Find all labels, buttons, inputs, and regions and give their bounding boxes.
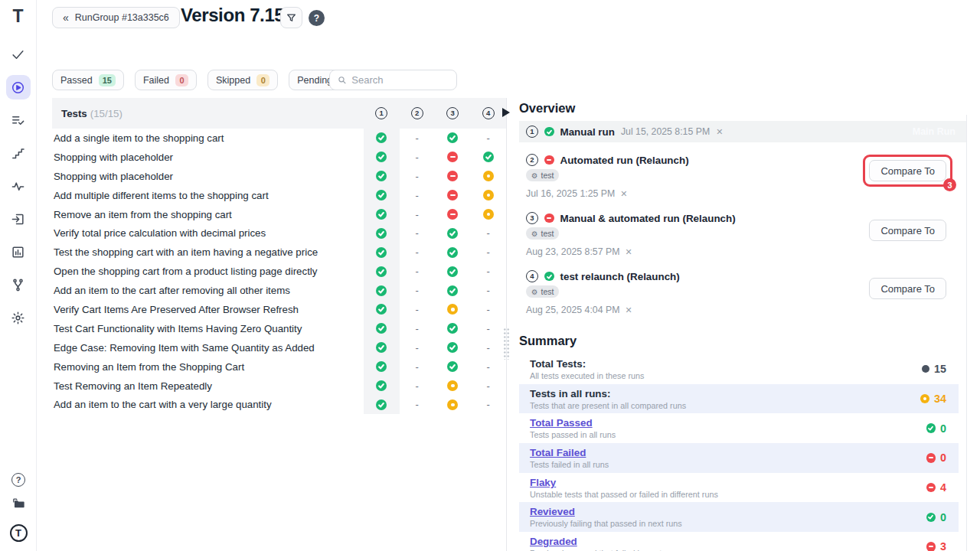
skipped-status-icon bbox=[483, 209, 494, 220]
sidebar-item-gear[interactable] bbox=[6, 305, 31, 330]
sidebar-item-bar-chart[interactable] bbox=[6, 240, 31, 264]
table-row[interactable]: Add an item to the cart with a very larg… bbox=[52, 395, 506, 414]
table-row[interactable]: Remove an item from the shopping cart- bbox=[52, 205, 506, 224]
comparison-panel: Overview 1Manual runJul 15, 2025 8:15 PM… bbox=[519, 98, 966, 551]
panel-divider bbox=[506, 98, 507, 551]
collapse-panel-icon[interactable] bbox=[502, 108, 510, 117]
search-box bbox=[329, 70, 457, 90]
run-row-main[interactable]: 1Manual runJul 15, 2025 8:15 PM✕Main Run bbox=[519, 121, 966, 142]
resize-grip-handle[interactable] bbox=[503, 328, 510, 360]
summary-count: 0 bbox=[940, 422, 946, 435]
compare-to-button[interactable]: Compare To bbox=[869, 278, 946, 299]
test-name: Add an item to the cart after removing a… bbox=[52, 285, 364, 296]
sidebar-item-list-check[interactable] bbox=[6, 108, 31, 132]
compare-to-button[interactable]: Compare To bbox=[869, 220, 946, 241]
summary-value: 0 bbox=[926, 422, 946, 435]
run-number-icon: 2 bbox=[411, 107, 423, 119]
passed-status-icon bbox=[926, 513, 936, 523]
dash-placeholder: - bbox=[487, 399, 490, 410]
status-cell: - bbox=[471, 262, 507, 281]
sidebar-item-check[interactable] bbox=[6, 42, 31, 67]
sidebar-item-import-box[interactable] bbox=[6, 207, 31, 231]
summary-value: 0 bbox=[926, 511, 946, 523]
table-row[interactable]: Open the shopping cart from a product li… bbox=[52, 262, 506, 281]
run-number-icon: 1 bbox=[526, 126, 538, 138]
run-date: Jul 16, 2025 1:25 PM bbox=[526, 188, 615, 199]
app-logo[interactable]: T bbox=[12, 8, 23, 25]
skipped-status-icon bbox=[483, 171, 494, 181]
filter-failed-button[interactable]: Failed0 bbox=[135, 70, 197, 90]
table-row[interactable]: Add multiple different items to the shop… bbox=[52, 186, 506, 205]
folders-icon[interactable] bbox=[11, 497, 26, 514]
sidebar-item-play-circle[interactable] bbox=[6, 75, 31, 99]
dash-placeholder: - bbox=[416, 342, 419, 354]
summary-count: 0 bbox=[940, 511, 946, 523]
summary-link[interactable]: Degraded bbox=[530, 536, 680, 547]
footer-logo-icon[interactable]: T bbox=[10, 524, 28, 542]
filter-passed-button[interactable]: Passed15 bbox=[52, 70, 124, 90]
run-number-icon: 3 bbox=[526, 212, 538, 224]
help-circle-icon[interactable]: ? bbox=[11, 473, 25, 487]
table-row[interactable]: Shopping with placeholder- bbox=[52, 167, 506, 186]
table-row[interactable]: Shopping with placeholder- bbox=[52, 148, 506, 167]
status-cell: - bbox=[400, 223, 436, 243]
status-cell bbox=[435, 129, 471, 148]
table-row[interactable]: Test Removing an Item Repeatedly-- bbox=[52, 377, 506, 396]
table-row[interactable]: Verify total price calculation with deci… bbox=[52, 223, 506, 243]
filter-label: Pending bbox=[297, 75, 332, 86]
summary-link[interactable]: Total Passed bbox=[530, 417, 616, 429]
test-name: Verify Cart Items Are Preserved After Br… bbox=[52, 304, 364, 315]
dash-placeholder: - bbox=[487, 227, 490, 239]
status-cell bbox=[435, 262, 471, 281]
table-row[interactable]: Add a single item to the shopping cart-- bbox=[52, 129, 506, 148]
search-input[interactable] bbox=[351, 74, 449, 86]
passed-status-icon bbox=[544, 272, 554, 282]
passed-status-icon bbox=[483, 152, 494, 162]
remove-run-icon[interactable]: ✕ bbox=[716, 127, 723, 137]
passed-status-icon bbox=[376, 171, 387, 181]
summary-value: 4 bbox=[926, 481, 946, 494]
summary-link[interactable]: Total Failed bbox=[530, 447, 609, 458]
panel-scrollbar[interactable] bbox=[966, 115, 967, 551]
table-row[interactable]: Add an item to the cart after removing a… bbox=[52, 281, 506, 300]
sidebar-nav bbox=[6, 42, 31, 330]
play-circle-icon bbox=[11, 80, 25, 95]
filter-button[interactable] bbox=[280, 7, 302, 28]
back-to-rungroup-button[interactable]: « RunGroup #13a335c6 bbox=[52, 7, 180, 28]
status-cell bbox=[435, 223, 471, 243]
help-button[interactable]: ? bbox=[309, 10, 325, 26]
status-cell: - bbox=[400, 377, 436, 396]
filter-skipped-button[interactable]: Skipped0 bbox=[207, 70, 278, 90]
compare-to-button[interactable]: Compare To bbox=[869, 160, 946, 181]
summary-row: Total FailedTests failed in all runs0 bbox=[519, 443, 959, 473]
remove-run-icon[interactable]: ✕ bbox=[625, 247, 632, 257]
passed-status-icon bbox=[447, 285, 458, 296]
status-cell bbox=[364, 129, 400, 148]
status-cell bbox=[435, 148, 471, 167]
sidebar-item-stairs[interactable] bbox=[6, 141, 31, 165]
table-row[interactable]: Edge Case: Removing Item with Same Quant… bbox=[52, 338, 506, 357]
table-row[interactable]: Verify Cart Items Are Preserved After Br… bbox=[52, 300, 506, 319]
passed-status-icon bbox=[376, 285, 387, 296]
dash-placeholder: - bbox=[416, 152, 419, 163]
test-name: Shopping with placeholder bbox=[52, 152, 364, 163]
summary-link[interactable]: Revieved bbox=[530, 506, 682, 517]
status-cell bbox=[435, 395, 471, 414]
table-row[interactable]: Removing an Item from the Shopping Cart-… bbox=[52, 357, 506, 377]
sidebar-item-git-branch[interactable] bbox=[6, 272, 31, 297]
test-name: Test the shopping cart with an item havi… bbox=[52, 246, 364, 258]
summary-description: All tests executed in these runs bbox=[530, 371, 644, 380]
column-header-1: 1 bbox=[364, 98, 400, 129]
passed-status-icon bbox=[376, 152, 387, 162]
run-number-icon: 2 bbox=[526, 154, 538, 166]
run-date: Aug 25, 2025 4:04 PM bbox=[526, 305, 619, 315]
import-box-icon bbox=[11, 212, 25, 227]
remove-run-icon[interactable]: ✕ bbox=[625, 305, 632, 315]
column-header-4: 4 bbox=[471, 98, 507, 129]
table-row[interactable]: Test the shopping cart with an item havi… bbox=[52, 243, 506, 262]
remove-run-icon[interactable]: ✕ bbox=[620, 189, 627, 199]
dash-placeholder: - bbox=[416, 132, 419, 144]
table-row[interactable]: Test Cart Functionality with Items Havin… bbox=[52, 319, 506, 338]
summary-link[interactable]: Flaky bbox=[530, 477, 718, 488]
sidebar-item-pulse[interactable] bbox=[6, 174, 31, 198]
